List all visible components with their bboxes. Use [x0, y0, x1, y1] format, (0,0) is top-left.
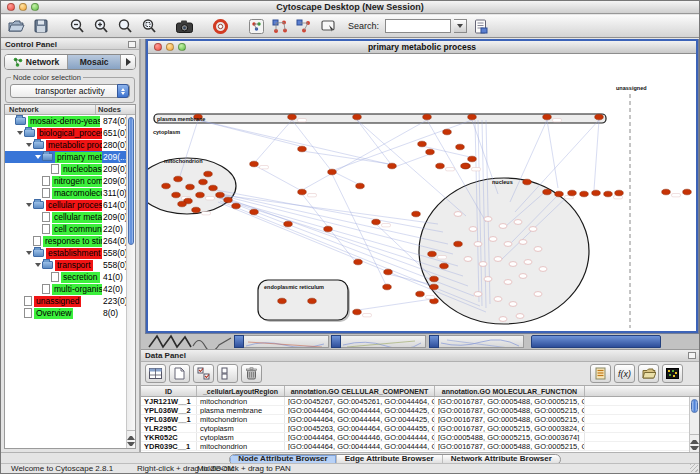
network-node[interactable]	[430, 276, 439, 282]
network-node[interactable]	[199, 179, 208, 185]
minimized-window-titlebar[interactable]	[531, 335, 661, 348]
network-node-unselected[interactable]	[499, 224, 507, 229]
select-attributes-icon[interactable]	[145, 364, 166, 383]
network-node-unselected[interactable]	[519, 274, 527, 279]
network-node[interactable]	[555, 191, 564, 197]
network-node-unselected[interactable]	[529, 227, 537, 232]
tree-row-establishment-of-lo[interactable]: establishment of lo558(0)	[5, 247, 135, 259]
network-node[interactable]	[232, 203, 241, 209]
network-node-unselected[interactable]	[539, 267, 547, 272]
search-input[interactable]	[385, 19, 451, 33]
network-node[interactable]	[456, 144, 465, 150]
network-node-unselected[interactable]	[524, 260, 532, 265]
annotation-select-icon[interactable]	[318, 16, 339, 36]
network-close-button[interactable]	[154, 43, 162, 51]
table-scroll-arrows[interactable]	[690, 434, 699, 452]
column-header[interactable]: ID	[141, 386, 197, 396]
network-node[interactable]	[298, 146, 307, 152]
network-node[interactable]	[324, 226, 333, 232]
network-node[interactable]	[592, 190, 601, 196]
resize-grip[interactable]	[690, 464, 698, 472]
network-minimize-button[interactable]	[166, 43, 174, 51]
save-session-icon[interactable]	[30, 16, 51, 36]
tree-row-cellular-process[interactable]: cellular process614(0)	[5, 199, 135, 211]
network-node-unselected[interactable]	[484, 217, 492, 222]
node-color-dropdown[interactable]: transporter activity	[10, 84, 130, 98]
tree-scroll-arrows[interactable]	[127, 430, 135, 448]
network-node[interactable]	[595, 114, 604, 120]
network-node-unselected[interactable]	[534, 292, 542, 297]
network-node[interactable]	[468, 114, 477, 120]
network-node[interactable]	[224, 197, 233, 203]
network-node[interactable]	[384, 269, 393, 275]
network-node-unselected[interactable]	[479, 262, 487, 267]
tree-row-multi-organism-pro[interactable]: multi-organism pro42(0)	[5, 283, 135, 295]
minimized-window-titlebar[interactable]	[331, 335, 341, 348]
minimized-window-titlebar[interactable]	[429, 335, 439, 348]
select-all-attributes-icon[interactable]	[193, 364, 214, 383]
minimized-window[interactable]	[331, 335, 426, 348]
network-node[interactable]	[388, 163, 397, 169]
table-row[interactable]: YPL036W__2plasma membrane[GO:0044464, GO…	[141, 406, 699, 415]
tree-column-network[interactable]: Network	[5, 105, 95, 114]
table-row[interactable]: YJR121W__1mitochondrion[GO:0045267, GO:0…	[141, 397, 699, 406]
tree-row-transport[interactable]: transport558(0)	[5, 259, 135, 271]
tree-scrollbar[interactable]	[126, 115, 135, 448]
zoom-button[interactable]	[31, 3, 39, 11]
network-node[interactable]	[604, 191, 613, 197]
network-node[interactable]	[683, 189, 692, 195]
network-node[interactable]	[454, 241, 463, 247]
minimized-window[interactable]	[234, 335, 329, 348]
apply-spring-layout-icon[interactable]	[294, 16, 315, 36]
network-node[interactable]	[412, 211, 421, 217]
table-row[interactable]: YKR052Ccytoplasm[GO:0044464, GO:0044446,…	[141, 433, 699, 442]
tree-row-macromolecule[interactable]: macromolecule311(0)	[5, 187, 135, 199]
zoom-out-icon[interactable]	[66, 16, 87, 36]
network-node[interactable]	[440, 263, 449, 269]
zoom-selected-icon[interactable]	[114, 16, 135, 36]
network-node[interactable]	[662, 189, 671, 195]
minimized-window[interactable]	[429, 335, 524, 348]
tree-row-secretion[interactable]: secretion41(0)	[5, 271, 135, 283]
tree-column-nodes[interactable]: Nodes	[95, 105, 135, 114]
network-node[interactable]	[356, 183, 365, 189]
snapshot-camera-icon[interactable]	[174, 16, 195, 36]
tree-row-biological-process[interactable]: biological_process651(0)	[5, 127, 135, 139]
more-tabs-button[interactable]	[121, 55, 135, 69]
network-node-unselected[interactable]	[464, 257, 472, 262]
tree-row-overview[interactable]: Overview8(0)	[5, 307, 135, 319]
network-node[interactable]	[418, 141, 427, 147]
network-node[interactable]	[278, 298, 287, 304]
network-node[interactable]	[461, 163, 470, 169]
table-row[interactable]: YLR295Ccytoplasm[GO:0045263, GO:0044464,…	[141, 424, 699, 433]
network-zoom-button[interactable]	[178, 43, 186, 51]
zoom-fit-icon[interactable]	[138, 16, 159, 36]
create-attribute-icon[interactable]	[169, 364, 190, 383]
network-node-unselected[interactable]	[489, 237, 497, 242]
apply-layout-icon[interactable]	[270, 16, 291, 36]
network-node[interactable]	[426, 149, 435, 155]
network-node[interactable]	[423, 114, 432, 120]
column-header[interactable]: _cellularLayoutRegion	[197, 386, 285, 396]
table-scrollbar[interactable]	[689, 397, 699, 452]
minimize-button[interactable]	[19, 3, 27, 11]
network-node-unselected[interactable]	[504, 242, 512, 247]
open-file-icon[interactable]	[6, 16, 27, 36]
network-node[interactable]	[192, 207, 201, 213]
network-node[interactable]	[383, 284, 392, 290]
network-window-titlebar[interactable]: primary metabolic process	[148, 41, 696, 54]
attribute-browser-icon[interactable]	[470, 16, 491, 36]
network-node[interactable]	[284, 221, 293, 227]
network-node[interactable]	[250, 209, 259, 215]
float-panel-icon[interactable]	[128, 41, 136, 48]
network-node-unselected[interactable]	[469, 227, 477, 232]
tree-row-primary-metabo[interactable]: primary metabo209(...	[5, 151, 135, 163]
network-node-unselected[interactable]	[509, 302, 517, 307]
network-node[interactable]	[209, 185, 218, 191]
network-node[interactable]	[162, 183, 171, 189]
tree-row-response-to-stimulu[interactable]: response to stimulu264(0)	[5, 235, 135, 247]
tree-row-cell-communicat[interactable]: cell communicat22(0)	[5, 223, 135, 235]
tree-row-nitrogen-compo[interactable]: nitrogen compo209(0)	[5, 175, 135, 187]
network-node[interactable]	[288, 114, 297, 120]
tree-row-mosaic-demo-yeast[interactable]: mosaic-demo-yeast874(0)	[5, 115, 135, 127]
